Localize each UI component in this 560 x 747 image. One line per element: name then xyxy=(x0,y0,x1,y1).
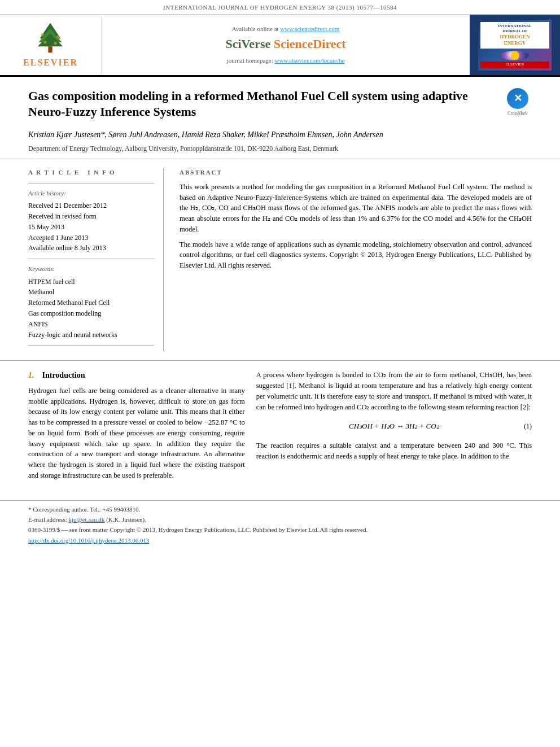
article-info-abstract-section: A R T I C L E I N F O Article history: R… xyxy=(0,159,560,361)
keywords-label: Keywords: xyxy=(28,265,154,273)
corresponding-author-note: * Corresponding author. Tel.: +45 994038… xyxy=(28,505,532,514)
keyword-6: Fuzzy-logic and neural networks xyxy=(28,330,154,340)
article-authors: Kristian Kjær Justesen*, Søren Juhl Andr… xyxy=(28,129,495,141)
svg-rect-0 xyxy=(49,47,53,53)
journal-cover: InternationalJournal of HYDROGENENERGY E… xyxy=(478,20,552,71)
article-history-label: Article history: xyxy=(28,189,154,198)
doi-note: http://dx.doi.org/10.1016/j.ijhydene.201… xyxy=(28,536,532,545)
abstract-text: This work presents a method for modeling… xyxy=(180,182,532,271)
sciencedirect-brand: SciVerse ScienceDirect xyxy=(225,36,345,53)
journal-top-bar: INTERNATIONAL JOURNAL OF HYDROGEN ENERGY… xyxy=(0,0,560,15)
equation-formula: CH₃OH + H₂O ↔ 3H₂ + CO₂ xyxy=(273,421,515,431)
section-1-body-right-2: The reaction requires a suitable catalys… xyxy=(256,440,532,462)
svg-point-6 xyxy=(43,41,47,44)
abstract-header: ABSTRACT xyxy=(180,168,532,177)
section-1-title: Introduction xyxy=(42,371,85,379)
journal-cover-area: InternationalJournal of HYDROGENENERGY E… xyxy=(470,15,560,75)
sciencedirect-area: Available online at www.sciencedirect.co… xyxy=(102,15,470,75)
intro-paragraph-3: The reaction requires a suitable catalys… xyxy=(256,440,532,462)
keyword-1: HTPEM fuel cell xyxy=(28,277,154,287)
article-title-section: Gas composition modeling in a reformed M… xyxy=(0,77,560,160)
keyword-4: Gas composition modeling xyxy=(28,309,154,318)
cover-title-box: InternationalJournal of HYDROGENENERGY xyxy=(480,22,549,49)
revised-date: 15 May 2013 xyxy=(28,222,154,232)
article-info-col: A R T I C L E I N F O Article history: R… xyxy=(28,168,164,351)
divider-2 xyxy=(28,259,154,259)
keyword-5: ANFIS xyxy=(28,320,154,329)
svg-point-4 xyxy=(41,33,45,37)
abstract-paragraph-1: This work presents a method for modeling… xyxy=(180,182,532,235)
cover-title: InternationalJournal of xyxy=(498,24,531,33)
intro-paragraph-1: Hydrogen fuel cells are being considered… xyxy=(28,386,245,481)
equation-section: CH₃OH + H₂O ↔ 3H₂ + CO₂ (1) xyxy=(256,419,532,434)
cover-inner-circle xyxy=(511,51,519,60)
article-main-title: Gas composition modeling in a reformed M… xyxy=(28,88,495,120)
header-area: ELSEVIER Available online at www.science… xyxy=(0,15,560,76)
section-1-body-left: Hydrogen fuel cells are being considered… xyxy=(28,386,245,481)
body-left-col: 1. Introduction Hydrogen fuel cells are … xyxy=(28,370,245,485)
svg-point-5 xyxy=(57,36,60,39)
keyword-2: Methanol xyxy=(28,287,154,297)
body-right-col: A process where hydrogen is bonded to CO… xyxy=(256,370,532,485)
journal-homepage: journal homepage: www.elsevier.com/locat… xyxy=(227,56,345,65)
available-online-label: Available online at www.sciencedirect.co… xyxy=(232,25,340,33)
accepted-date: Accepted 1 June 2013 xyxy=(28,233,154,243)
doi-link[interactable]: http://dx.doi.org/10.1016/j.ijhydene.201… xyxy=(28,537,150,544)
intro-paragraph-2: A process where hydrogen is bonded to CO… xyxy=(256,370,532,412)
available-online-date: Available online 8 July 2013 xyxy=(28,243,154,253)
journal-citation: INTERNATIONAL JOURNAL OF HYDROGEN ENERGY… xyxy=(163,4,397,11)
abstract-paragraph-2: The models have a wide range of applicat… xyxy=(180,239,532,271)
section-1-heading: 1. Introduction xyxy=(28,370,245,381)
article-info-header: A R T I C L E I N F O xyxy=(28,168,154,177)
cover-decoration xyxy=(501,51,529,60)
crossmark-icon: ✕ xyxy=(507,88,528,109)
elsevier-logo: ELSEVIER xyxy=(23,20,78,69)
article-footer: * Corresponding author. Tel.: +45 994038… xyxy=(0,500,560,553)
elsevier-logo-area: ELSEVIER xyxy=(0,15,102,75)
cover-elsevier-bar: ELSEVIER xyxy=(480,62,549,68)
svg-point-7 xyxy=(54,42,58,45)
email-link[interactable]: kju@et.aau.dk xyxy=(68,516,104,523)
crossmark-label: CrossMark xyxy=(508,110,528,116)
article-affiliation: Department of Energy Technology, Aalborg… xyxy=(28,144,495,154)
article-title-text: Gas composition modeling in a reformed M… xyxy=(28,88,495,154)
received-date: Received 21 December 2012 xyxy=(28,201,154,211)
issn-note: 0360-3199/$ — see front matter Copyright… xyxy=(28,526,532,534)
divider-1 xyxy=(28,183,154,184)
revised-label: Received in revised form xyxy=(28,212,154,221)
abstract-col: ABSTRACT This work presents a method for… xyxy=(175,168,532,351)
crossmark-badge: ✕ CrossMark xyxy=(504,88,532,116)
sciencedirect-url[interactable]: www.sciencedirect.com xyxy=(280,25,339,32)
section-1-number: 1. xyxy=(28,371,34,379)
keyword-3: Reformed Methanol Fuel Cell xyxy=(28,298,154,308)
equation-number: (1) xyxy=(515,422,532,431)
elsevier-brand: ELSEVIER xyxy=(23,56,78,69)
cover-subtitle: HYDROGENENERGY xyxy=(500,34,530,46)
elsevier-tree-icon xyxy=(28,20,73,54)
body-content: 1. Introduction Hydrogen fuel cells are … xyxy=(0,361,560,494)
section-1-body-right: A process where hydrogen is bonded to CO… xyxy=(256,370,532,412)
journal-homepage-link[interactable]: www.elsevier.com/locate/he xyxy=(275,57,345,64)
email-note: E-mail address: kju@et.aau.dk (K.K. Just… xyxy=(28,516,532,524)
page: INTERNATIONAL JOURNAL OF HYDROGEN ENERGY… xyxy=(0,0,560,747)
divider-3 xyxy=(28,345,154,346)
